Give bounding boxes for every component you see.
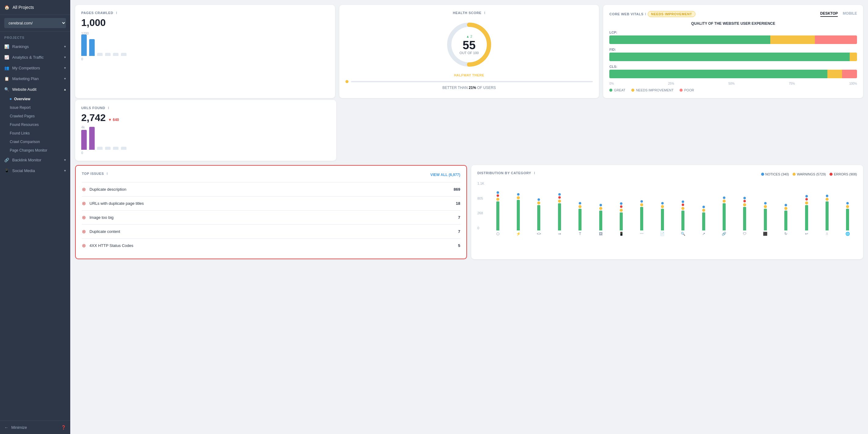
errors-dot: [830, 173, 833, 176]
cwv-tab-mobile[interactable]: MOBILE: [843, 11, 857, 17]
dist-yellow-marker: [579, 205, 582, 208]
cwv-lcp-warning: [770, 35, 815, 44]
dist-col: [632, 187, 651, 230]
dist-col-icon: 🛡: [736, 232, 754, 236]
top-row: PAGES CRAWLED i 1,000 1200 0 HEALTH SCOR…: [75, 5, 863, 98]
dist-green-bar: [826, 201, 829, 230]
pages-crawled-value: 1,000: [81, 17, 329, 28]
issues-info[interactable]: i: [106, 172, 108, 175]
main-content: PAGES CRAWLED i 1,000 1200 0 HEALTH SCOR…: [70, 0, 868, 434]
issue-row-2[interactable]: ⊗ Image too big 7: [82, 210, 460, 224]
sidebar-item-marketing[interactable]: 📋 Marketing Plan ▾: [0, 74, 70, 84]
urls-found-value-row: 2,742 ▼ 640: [81, 112, 330, 123]
sidebar-item-rankings[interactable]: 📊 Rankings ▾: [0, 41, 70, 52]
dist-blue-marker: [497, 191, 499, 194]
cwv-cls-row: CLS:: [609, 65, 857, 78]
health-score-label: HEALTH SCORE i: [453, 11, 486, 15]
sidebar-sub-crawled-pages[interactable]: Crawled Pages: [10, 112, 70, 120]
dist-col: [694, 187, 713, 230]
dist-label: DISTRIBUTION BY CATEGORY i: [477, 171, 535, 175]
dist-blue-marker: [641, 200, 643, 203]
issue-error-icon-4: ⊗: [82, 243, 86, 249]
urls-found-info[interactable]: i: [108, 106, 109, 110]
dist-blue-marker: [517, 193, 520, 196]
issue-name-0: Duplicate description: [90, 187, 450, 192]
urls-chart-range: 0: [81, 151, 330, 155]
sidebar-item-social[interactable]: 📱 Social Media ▾: [0, 165, 70, 176]
dist-col: [571, 187, 589, 230]
project-selector[interactable]: cerebral.com/: [0, 15, 70, 31]
help-icon[interactable]: ❓: [61, 425, 66, 430]
issue-name-2: Image too big: [90, 215, 455, 220]
mini-bar: [121, 147, 126, 150]
issue-name-1: URLs with duplicate page titles: [90, 201, 452, 206]
sidebar-sub-found-links[interactable]: Found Links: [10, 129, 70, 138]
competitors-icon: 👥: [4, 66, 9, 70]
social-icon: 📱: [4, 168, 9, 173]
dist-col: [488, 187, 507, 230]
notices-dot: [761, 173, 764, 176]
sidebar-sub-issue-report[interactable]: Issue Report: [10, 103, 70, 112]
issue-row-1[interactable]: ⊗ URLs with duplicate page titles 18: [82, 196, 460, 210]
cwv-lcp-poor: [815, 35, 857, 44]
dist-blue-marker: [537, 198, 540, 201]
dist-blue-marker: [805, 195, 808, 197]
dist-col: [591, 187, 610, 230]
better-than-label: BETTER THAN 21% OF USERS: [442, 86, 496, 90]
dist-legend-notices: NOTICES (340): [761, 172, 789, 176]
dist-green-bar: [558, 203, 561, 230]
warning-dot: [631, 89, 634, 92]
cwv-tab-desktop[interactable]: DESKTOP: [820, 11, 838, 17]
project-dropdown[interactable]: cerebral.com/: [4, 18, 66, 28]
sidebar-sub-found-resources[interactable]: Found Resources: [10, 120, 70, 129]
all-projects-nav[interactable]: 🏠 All Projects: [0, 0, 70, 15]
urls-found-delta: ▼ 640: [108, 118, 119, 122]
sidebar-item-analytics[interactable]: 📈 Analytics & Traffic ▾: [0, 52, 70, 63]
dist-yellow-marker: [743, 203, 746, 206]
dist-yellow-marker: [681, 207, 684, 210]
sidebar-sub-crawl-comparison[interactable]: Crawl Comparison: [10, 138, 70, 146]
overview-label: Overview: [14, 97, 30, 101]
health-info[interactable]: i: [485, 11, 486, 15]
found-resources-label: Found Resources: [10, 122, 39, 127]
pages-crawled-info[interactable]: i: [116, 11, 117, 15]
dist-blue-marker: [846, 202, 849, 204]
dist-col: [776, 187, 795, 230]
sidebar-sub-overview[interactable]: Overview: [10, 95, 70, 103]
dist-green-bar: [496, 201, 499, 230]
minimize-button[interactable]: ← Minimize ❓: [0, 421, 70, 434]
sidebar-sub-page-changes[interactable]: Page Changes Monitor: [10, 146, 70, 155]
health-score-card: HEALTH SCORE i ▲ 2 55 OUT OF 100 HALFWAY…: [339, 5, 599, 98]
urls-mini-chart: [81, 132, 330, 150]
cwv-info[interactable]: i: [645, 12, 646, 16]
dist-blue-marker: [723, 197, 725, 199]
issue-row-3[interactable]: ⊗ Duplicate content 7: [82, 224, 460, 238]
dist-y-axis: 1.1K8052680: [477, 181, 485, 230]
dist-yellow-marker: [640, 203, 643, 206]
health-progress-row: [345, 80, 593, 83]
sidebar-item-competitors[interactable]: 👥 My Competitors ▾: [0, 63, 70, 74]
cwv-fid-row: FID:: [609, 48, 857, 61]
cwv-lcp-label: LCP:: [609, 31, 857, 34]
dist-yellow-marker: [537, 201, 540, 204]
view-all-link[interactable]: VIEW ALL (6,977): [430, 173, 460, 177]
found-links-label: Found Links: [10, 131, 30, 136]
dist-info[interactable]: i: [534, 171, 535, 175]
pages-mini-chart: [81, 37, 329, 56]
issue-row-4[interactable]: ⊗ 4XX HTTP Status Codes 5: [82, 238, 460, 253]
issue-count-3: 7: [458, 229, 460, 234]
sidebar-item-backlink[interactable]: 🔗 Backlink Monitor ▾: [0, 155, 70, 165]
cwv-fid-warning: [850, 53, 857, 61]
mini-bar: [97, 53, 103, 56]
dist-yellow-marker: [702, 209, 705, 212]
dist-blue-marker: [785, 204, 787, 206]
dist-blue-marker: [599, 204, 602, 206]
pages-chart-max: 1200: [81, 31, 329, 35]
issue-error-icon-1: ⊗: [82, 201, 86, 206]
dist-green-bar: [764, 209, 767, 230]
dist-yellow-marker: [661, 205, 664, 208]
dist-col-icon: ↻: [776, 232, 795, 236]
issue-row-0[interactable]: ⊗ Duplicate description 869: [82, 182, 460, 196]
sidebar-item-audit[interactable]: 🔍 Website Audit ▴: [0, 84, 70, 95]
dist-green-bar: [743, 207, 746, 230]
